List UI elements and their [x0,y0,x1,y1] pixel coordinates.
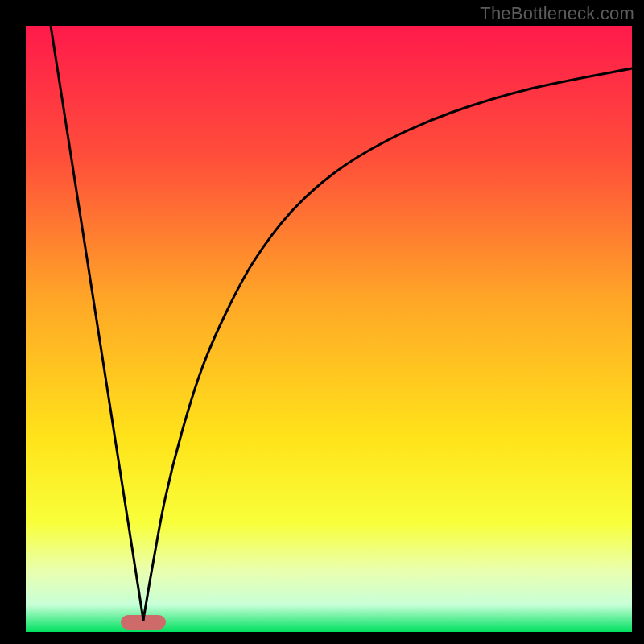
chart-frame: TheBottleneck.com [0,0,644,644]
chart-svg [0,0,644,644]
plot-area [26,26,632,632]
gradient-background [26,26,632,632]
